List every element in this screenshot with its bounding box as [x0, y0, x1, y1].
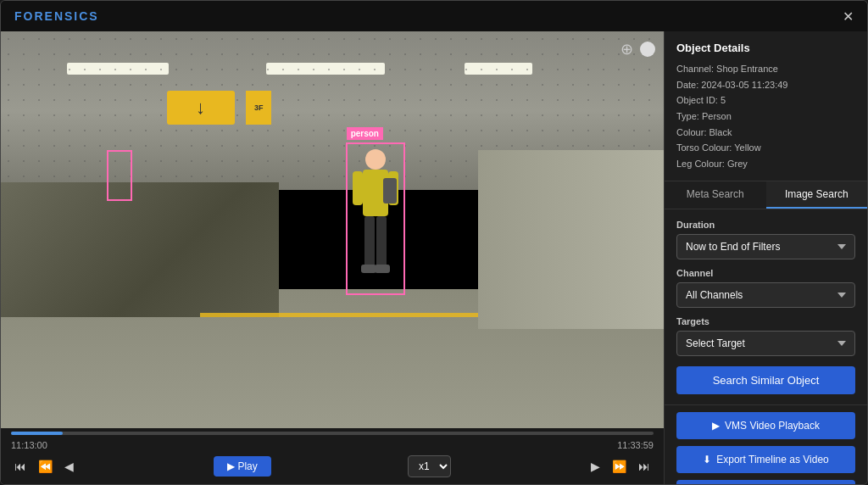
zoom-icon[interactable]: ⊕	[620, 40, 633, 59]
sign-3f: 3F	[246, 91, 271, 125]
right-controls: ▶ ⏩ ⏭	[587, 458, 654, 475]
progress-bar[interactable]	[11, 432, 654, 435]
speed-selector[interactable]: x1 x2 x4	[408, 455, 451, 477]
right-panel: Object Details Channel: Shop Entrance Da…	[664, 31, 867, 484]
sign-board: ↓	[167, 91, 235, 125]
detail-channel: Channel: Shop Entrance	[676, 61, 855, 77]
detection-label: person	[347, 127, 383, 140]
export-snapshot-button[interactable]: ⬇ Export Snapshot	[676, 480, 855, 484]
svg-point-0	[365, 149, 386, 170]
detail-date: Date: 2024-03-05 11:23:49	[676, 77, 855, 93]
export-timeline-icon: ⬇	[703, 454, 711, 465]
svg-rect-7	[375, 265, 390, 273]
escalator-area	[1, 182, 279, 317]
channel-select[interactable]: All Channels Shop Entrance Exit	[676, 282, 855, 308]
svg-rect-8	[383, 178, 397, 203]
playback-icon: ▶	[712, 420, 720, 432]
detail-colour: Colour: Black	[676, 125, 855, 141]
end-time: 11:33:59	[617, 440, 654, 450]
video-area: ↓ 3F ⊕ person	[1, 31, 664, 484]
controls-row: ⏮ ⏪ ◀ ▶ Play x1 x2 x4 ▶ ⏩	[11, 455, 654, 477]
skip-to-start-button[interactable]: ⏮	[11, 458, 30, 475]
tab-meta-search[interactable]: Meta Search	[665, 181, 766, 209]
detail-object-id: Object ID: 5	[676, 92, 855, 109]
play-button[interactable]: ▶ Play	[214, 456, 271, 477]
object-details-title: Object Details	[676, 42, 855, 54]
duration-label: Duration	[676, 220, 855, 230]
playback-label: VMS Video Playback	[725, 420, 820, 432]
detail-leg: Leg Colour: Grey	[676, 156, 855, 172]
video-controls: 11:13:00 11:33:59 ⏮ ⏪ ◀ ▶ Play x1 x2 x	[1, 428, 664, 484]
progress-fill	[11, 432, 63, 435]
export-timeline-button[interactable]: ⬇ Export Timeline as Video	[676, 446, 855, 473]
close-button[interactable]: ✕	[843, 8, 854, 25]
vms-playback-button[interactable]: ▶ VMS Video Playback	[676, 412, 855, 439]
time-row: 11:13:00 11:33:59	[11, 440, 654, 450]
video-icons: ⊕	[620, 40, 655, 59]
targets-label: Targets	[676, 316, 855, 326]
channel-group: Channel All Channels Shop Entrance Exit	[676, 268, 855, 308]
detection-box-main: person	[346, 142, 405, 295]
svg-rect-6	[361, 265, 376, 273]
targets-group: Targets Select Target Person Vehicle	[676, 316, 855, 356]
search-tabs: Meta Search Image Search	[665, 181, 867, 209]
ceiling-light-1	[67, 63, 169, 75]
step-fwd-button[interactable]: ▶	[587, 458, 604, 475]
channel-label: Channel	[676, 268, 855, 278]
app-logo: FORENSICS	[14, 9, 99, 23]
main-content: ↓ 3F ⊕ person	[1, 31, 867, 484]
video-frame: ↓ 3F ⊕ person	[1, 31, 664, 428]
left-controls: ⏮ ⏪ ◀	[11, 458, 77, 475]
scene-background: ↓ 3F	[1, 31, 664, 428]
object-details: Object Details Channel: Shop Entrance Da…	[665, 31, 867, 181]
start-time: 11:13:00	[11, 440, 47, 450]
ceiling-light-3	[465, 63, 532, 75]
targets-select[interactable]: Select Target Person Vehicle	[676, 331, 855, 356]
duration-group: Duration Now to End of Filters Last Hour…	[676, 220, 855, 259]
door-area	[478, 150, 664, 329]
search-similar-button[interactable]: Search Similar Object	[676, 366, 855, 394]
logo-highlight: F	[14, 9, 24, 23]
step-back-button[interactable]: ◀	[61, 458, 77, 475]
detection-box-small	[107, 150, 132, 201]
tab-image-search[interactable]: Image Search	[766, 181, 868, 209]
logo-text: ORENSICS	[24, 9, 99, 23]
detail-torso: Torso Colour: Yellow	[676, 140, 855, 156]
app-container: FORENSICS ✕	[0, 0, 868, 485]
person-silhouette	[348, 144, 403, 293]
ceiling-light-2	[266, 63, 385, 75]
record-indicator	[640, 42, 655, 57]
detail-type: Type: Person	[676, 109, 855, 125]
duration-select[interactable]: Now to End of Filters Last Hour Last 24 …	[676, 234, 855, 259]
svg-rect-2	[353, 171, 363, 205]
skip-to-end-button[interactable]: ⏭	[635, 458, 654, 475]
export-timeline-label: Export Timeline as Video	[716, 454, 829, 465]
skip-fwd-button[interactable]: ⏩	[609, 458, 630, 475]
skip-back-button[interactable]: ⏪	[35, 458, 56, 475]
svg-rect-4	[364, 216, 375, 267]
search-form: Duration Now to End of Filters Last Hour…	[665, 209, 867, 404]
speed-control: x1 x2 x4	[408, 455, 451, 477]
svg-rect-5	[376, 216, 387, 267]
title-bar: FORENSICS ✕	[1, 1, 867, 31]
action-buttons: ▶ VMS Video Playback ⬇ Export Timeline a…	[665, 404, 867, 484]
